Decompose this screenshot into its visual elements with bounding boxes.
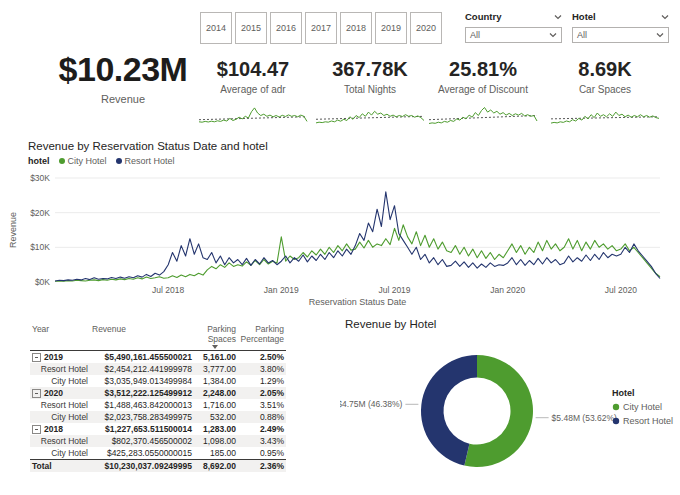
chevron-down-icon[interactable] [661, 13, 669, 21]
cell-revenue: $2,023,758.283499975 [90, 411, 194, 423]
cell-parking-spaces: 1,098.00 [194, 435, 238, 447]
revenue-kpi-label: Revenue [38, 93, 208, 105]
donut-legend-item[interactable]: City Hotel [623, 402, 662, 412]
chevron-down-icon[interactable] [554, 13, 562, 21]
sparkline-series [199, 108, 307, 122]
year-button-2018[interactable]: 2018 [340, 12, 372, 44]
carspaces-sparkline [549, 102, 661, 129]
cell-year: City Hotel [30, 447, 90, 459]
table-row[interactable]: Resort Hotel$2,454,212.4419999783,777.00… [30, 363, 286, 375]
sort-descending-icon [212, 345, 218, 349]
cell-parking-percentage: 1.29% [238, 375, 286, 387]
year-button-2014[interactable]: 2014 [200, 12, 232, 44]
cell-year: Resort Hotel [30, 399, 90, 411]
cell-parking-percentage: 2.50% [238, 351, 286, 363]
adr-kpi-label: Average of adr [195, 84, 311, 95]
nights-kpi-card: 367.78K Total Nights [312, 58, 428, 133]
collapse-icon[interactable] [32, 389, 41, 398]
x-axis-tick: Jan 2019 [264, 285, 299, 295]
table-row[interactable]: Resort Hotel$802,370.4565000021,098.003.… [30, 435, 286, 447]
table-row[interactable]: 2019$5,490,161.4555000215,161.002.50% [30, 351, 286, 363]
cell-parking-percentage: 0.95% [238, 447, 286, 459]
x-axis-tick: Jul 2018 [152, 285, 184, 295]
donut-label-city-hotel: $5.48M (53.62%) [552, 413, 617, 423]
cell-parking-spaces: 8,692.00 [194, 460, 238, 472]
year-slicer: 2014 2015 2016 2017 2018 2019 2020 [200, 12, 442, 44]
legend-item-city-hotel[interactable]: City Hotel [59, 156, 107, 166]
adr-kpi-value: $104.47 [195, 58, 311, 81]
y-axis-tick: $30K [30, 173, 50, 183]
year-button-2017[interactable]: 2017 [305, 12, 337, 44]
cell-parking-spaces: 3,777.00 [194, 363, 238, 375]
column-header-year[interactable]: Year [30, 322, 90, 349]
hotel-dropdown[interactable]: All [572, 27, 669, 43]
column-header-parking-spaces[interactable]: Parking Spaces [194, 322, 238, 349]
table-row[interactable]: Total$10,230,037.092499958,692.002.36% [30, 459, 286, 472]
legend-item-resort-hotel[interactable]: Resort Hotel [116, 156, 175, 166]
revenue-by-hotel-donut: $5.48M (53.62%)$4.75M (46.38%)HotelCity … [340, 330, 680, 495]
y-axis-tick: $20K [30, 208, 50, 218]
collapse-icon[interactable] [32, 353, 41, 362]
nights-sparkline [314, 102, 426, 129]
sparkline-series [429, 108, 537, 124]
cell-year: 2018 [30, 423, 90, 435]
donut-legend-item[interactable]: Resort Hotel [623, 416, 673, 426]
x-axis-tick: Jul 2020 [605, 285, 637, 295]
cell-parking-spaces: 1,283.00 [194, 423, 238, 435]
year-button-2019[interactable]: 2019 [375, 12, 407, 44]
revenue-kpi-value: $10.23M [38, 50, 208, 89]
table-row[interactable]: City Hotel$425,283.0550000015185.000.95% [30, 447, 286, 459]
y-axis-tick: $10K [30, 242, 50, 252]
cell-parking-spaces: 1,716.00 [194, 399, 238, 411]
table-row[interactable]: City Hotel$2,023,758.283499975532.000.88… [30, 411, 286, 423]
nights-kpi-label: Total Nights [312, 84, 428, 95]
discount-kpi-label: Average of Discount [425, 84, 541, 95]
chevron-down-icon [656, 31, 664, 39]
donut-label-resort-hotel: $4.75M (46.38%) [340, 399, 403, 409]
table-body: 2019$5,490,161.4555000215,161.002.50%Res… [30, 351, 286, 472]
cell-revenue: $3,512,222.125499912 [90, 387, 194, 399]
city-hotel-dot-icon [613, 404, 619, 410]
year-button-2015[interactable]: 2015 [235, 12, 267, 44]
cell-revenue: $1,227,653.511500014 [90, 423, 194, 435]
column-header-revenue[interactable]: Revenue [90, 322, 194, 349]
revenue-line-chart[interactable]: $0K$10K$20K$30KRevenueJul 2018Jan 2019Ju… [0, 168, 680, 308]
cell-parking-percentage: 3.80% [238, 363, 286, 375]
carspaces-kpi-label: Car Spaces [547, 84, 663, 95]
table-row[interactable]: 2020$3,512,222.1254999122,248.002.05% [30, 387, 286, 399]
line-chart-legend: hotel City Hotel Resort Hotel [28, 156, 175, 166]
table-row[interactable]: City Hotel$3,035,949.0134999841,384.001.… [30, 375, 286, 387]
sparkline-trend [551, 117, 659, 119]
cell-year: Total [30, 460, 90, 472]
cell-parking-percentage: 2.05% [238, 387, 286, 399]
year-button-2020[interactable]: 2020 [410, 12, 442, 44]
cell-year: Resort Hotel [30, 435, 90, 447]
donut-legend-title: Hotel [612, 388, 635, 398]
table-row[interactable]: 2018$1,227,653.5115000141,283.002.49% [30, 423, 286, 435]
year-button-2016[interactable]: 2016 [270, 12, 302, 44]
cell-year: City Hotel [30, 411, 90, 423]
cell-revenue: $3,035,949.013499984 [90, 375, 194, 387]
city-hotel-line[interactable] [55, 225, 660, 281]
x-axis-tick: Jul 2019 [378, 285, 410, 295]
dashboard: { "colors": { "green": "#4E9C2F", "navy"… [0, 0, 680, 495]
cell-parking-percentage: 2.36% [238, 460, 286, 472]
country-dropdown[interactable]: All [465, 27, 562, 43]
discount-sparkline [427, 102, 539, 129]
sparkline-series [316, 111, 424, 123]
table-row[interactable]: Resort Hotel$1,488,463.8420000131,716.00… [30, 399, 286, 411]
cell-parking-spaces: 185.00 [194, 447, 238, 459]
cell-parking-spaces: 1,384.00 [194, 375, 238, 387]
resort-hotel-line[interactable] [55, 192, 660, 281]
parking-matrix-table: Year Revenue Parking Spaces Parking Perc… [30, 322, 286, 472]
country-dropdown-value: All [470, 30, 480, 40]
cell-year: Resort Hotel [30, 363, 90, 375]
column-header-parking-percentage[interactable]: Parking Percentage [238, 322, 286, 349]
collapse-icon[interactable] [32, 425, 41, 434]
carspaces-kpi-value: 8.69K [547, 58, 663, 81]
cell-parking-spaces: 532.00 [194, 411, 238, 423]
nights-kpi-value: 367.78K [312, 58, 428, 81]
hotel-slicer: Hotel All [572, 10, 669, 43]
cell-year: 2019 [30, 351, 90, 363]
x-axis-title: Reservation Status Date [309, 297, 407, 307]
